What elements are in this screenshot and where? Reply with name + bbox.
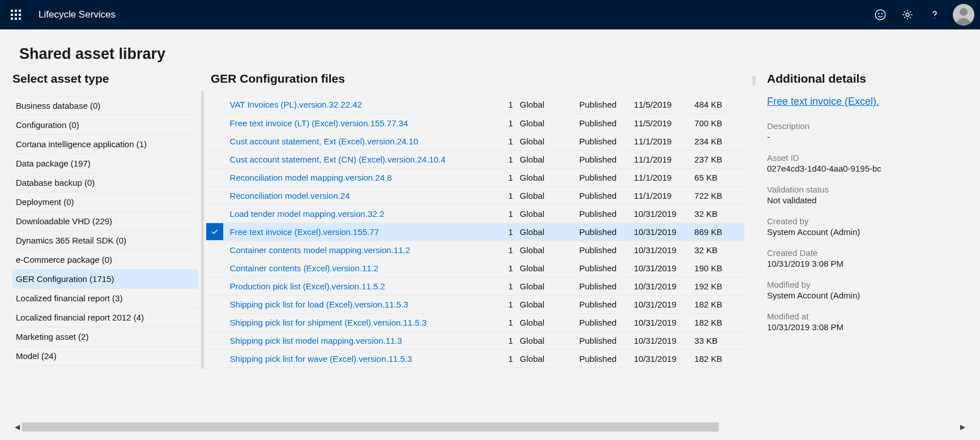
file-row[interactable]: Reconciliation model mapping.version.24.… bbox=[206, 168, 744, 186]
row-select-cell[interactable] bbox=[206, 295, 225, 313]
file-scope-cell: Global bbox=[520, 96, 580, 114]
file-name-link[interactable]: Reconciliation model.version.24 bbox=[230, 191, 350, 200]
file-date-cell: 11/5/2019 bbox=[634, 114, 694, 132]
file-row[interactable]: Shipping pick list for wave (Excel).vers… bbox=[206, 349, 744, 368]
file-row[interactable]: Load tender model mapping.version.32.21G… bbox=[206, 204, 744, 223]
file-count-cell: 1 bbox=[498, 295, 520, 313]
file-name-link[interactable]: Shipping pick list for wave (Excel).vers… bbox=[230, 354, 412, 364]
created-by-label: Created by bbox=[767, 216, 954, 226]
file-name-cell: Reconciliation model mapping.version.24.… bbox=[225, 168, 498, 186]
file-row[interactable]: Shipping pick list model mapping.version… bbox=[206, 331, 744, 349]
svg-rect-8 bbox=[19, 18, 21, 20]
details-name-link[interactable]: Free text invoice (Excel). bbox=[767, 96, 954, 108]
column-divider-left[interactable] bbox=[198, 91, 206, 369]
file-row[interactable]: Shipping pick list for load (Excel).vers… bbox=[206, 295, 744, 313]
file-row[interactable]: Container contents model mapping.version… bbox=[206, 241, 744, 259]
file-name-cell: Shipping pick list for wave (Excel).vers… bbox=[225, 349, 498, 368]
asset-type-item[interactable]: Data package (197) bbox=[12, 154, 198, 173]
horizontal-scrollbar[interactable]: ◀ ▶ bbox=[0, 421, 980, 433]
file-row[interactable]: Shipping pick list for shipment (Excel).… bbox=[206, 313, 744, 331]
file-count-cell: 1 bbox=[498, 277, 520, 295]
file-name-link[interactable]: Production pick list (Excel).version.11.… bbox=[230, 281, 385, 291]
file-size-cell: 32 KB bbox=[694, 241, 744, 259]
file-name-link[interactable]: Load tender model mapping.version.32.2 bbox=[230, 209, 385, 219]
asset-id-value: 027e4cd3-1d40-4aa0-9195-bc bbox=[767, 164, 954, 173]
help-button[interactable] bbox=[921, 1, 948, 28]
asset-type-item[interactable]: e-Commerce package (0) bbox=[12, 250, 198, 270]
svg-rect-6 bbox=[11, 18, 13, 20]
svg-point-9 bbox=[875, 10, 885, 19]
file-row[interactable]: Free text invoice (LT) (Excel).version.1… bbox=[206, 114, 744, 132]
file-name-link[interactable]: Container contents (Excel).version.11.2 bbox=[230, 263, 379, 273]
asset-type-item[interactable]: Business database (0) bbox=[12, 96, 198, 116]
asset-type-item[interactable]: Model (24) bbox=[12, 347, 198, 366]
row-select-cell[interactable] bbox=[206, 241, 225, 259]
row-selected-checkbox[interactable] bbox=[206, 223, 223, 240]
scroll-right-icon[interactable]: ▶ bbox=[960, 423, 965, 431]
file-count-cell: 1 bbox=[498, 114, 520, 132]
asset-type-item[interactable]: Localized financial report (3) bbox=[12, 289, 198, 308]
row-select-cell[interactable] bbox=[206, 349, 225, 368]
file-scope-cell: Global bbox=[520, 204, 580, 223]
file-name-link[interactable]: Cust account statement, Ext (Excel).vers… bbox=[230, 136, 419, 146]
row-select-cell[interactable] bbox=[206, 132, 225, 150]
row-select-cell[interactable] bbox=[206, 204, 225, 223]
file-row[interactable]: VAT Invoices (PL).version.32.22.421Globa… bbox=[206, 96, 744, 114]
file-status-cell: Published bbox=[579, 313, 633, 331]
asset-type-item[interactable]: Configuration (0) bbox=[12, 116, 198, 135]
description-value: - bbox=[767, 132, 954, 142]
scroll-thumb[interactable] bbox=[22, 422, 719, 432]
file-name-link[interactable]: Free text invoice (Excel).version.155.77 bbox=[230, 227, 379, 237]
file-row[interactable]: Free text invoice (Excel).version.155.77… bbox=[206, 223, 744, 241]
file-date-cell: 10/31/2019 bbox=[634, 349, 694, 368]
file-scope-cell: Global bbox=[520, 295, 580, 313]
file-name-cell: Cust account statement, Ext (Excel).vers… bbox=[225, 132, 498, 150]
file-row[interactable]: Cust account statement, Ext (CN) (Excel)… bbox=[206, 150, 744, 168]
details-panel: Additional details Free text invoice (Ex… bbox=[761, 70, 954, 343]
row-select-cell[interactable] bbox=[206, 186, 225, 204]
asset-type-item[interactable]: GER Configuration (1715) bbox=[12, 270, 198, 289]
row-select-cell[interactable] bbox=[206, 313, 225, 331]
row-select-cell[interactable] bbox=[206, 223, 225, 241]
file-name-link[interactable]: Shipping pick list model mapping.version… bbox=[230, 336, 402, 345]
file-size-cell: 65 KB bbox=[694, 168, 744, 186]
row-select-cell[interactable] bbox=[206, 331, 225, 349]
row-select-cell[interactable] bbox=[206, 259, 225, 277]
file-count-cell: 1 bbox=[498, 204, 520, 223]
file-row[interactable]: Reconciliation model.version.241GlobalPu… bbox=[206, 186, 744, 204]
asset-type-item[interactable]: Marketing asset (2) bbox=[12, 327, 198, 347]
user-avatar[interactable] bbox=[953, 4, 974, 25]
row-select-cell[interactable] bbox=[206, 96, 225, 114]
question-icon bbox=[929, 9, 940, 20]
app-launcher-button[interactable] bbox=[3, 2, 28, 27]
file-name-link[interactable]: Free text invoice (LT) (Excel).version.1… bbox=[230, 118, 408, 128]
asset-type-item[interactable]: Database backup (0) bbox=[12, 173, 198, 193]
row-select-cell[interactable] bbox=[206, 277, 225, 295]
file-size-cell: 234 KB bbox=[694, 132, 744, 150]
details-title: Additional details bbox=[767, 72, 954, 86]
file-name-link[interactable]: Shipping pick list for shipment (Excel).… bbox=[230, 318, 427, 327]
file-row[interactable]: Cust account statement, Ext (Excel).vers… bbox=[206, 132, 744, 150]
asset-type-item[interactable]: Dynamics 365 Retail SDK (0) bbox=[12, 231, 198, 250]
file-name-link[interactable]: Shipping pick list for load (Excel).vers… bbox=[230, 300, 408, 309]
file-name-link[interactable]: Container contents model mapping.version… bbox=[230, 245, 411, 255]
row-select-cell[interactable] bbox=[206, 150, 225, 168]
scroll-left-icon[interactable]: ◀ bbox=[15, 423, 20, 431]
asset-type-list[interactable]: Business database (0)Configuration (0)Co… bbox=[12, 96, 198, 419]
column-divider-right[interactable] bbox=[752, 76, 756, 86]
row-select-cell[interactable] bbox=[206, 114, 225, 132]
asset-type-item[interactable]: Downloadable VHD (229) bbox=[12, 212, 198, 231]
feedback-button[interactable] bbox=[867, 1, 894, 28]
file-name-link[interactable]: Reconciliation model mapping.version.24.… bbox=[230, 173, 392, 182]
asset-type-item[interactable]: Cortana intelligence application (1) bbox=[12, 135, 198, 154]
asset-type-item[interactable]: Deployment (0) bbox=[12, 193, 198, 212]
settings-button[interactable] bbox=[894, 1, 921, 28]
row-select-cell[interactable] bbox=[206, 168, 225, 186]
asset-type-item[interactable]: Localized financial report 2012 (4) bbox=[12, 308, 198, 327]
file-count-cell: 1 bbox=[498, 259, 520, 277]
scroll-track[interactable] bbox=[22, 422, 719, 432]
file-row[interactable]: Production pick list (Excel).version.11.… bbox=[206, 277, 744, 295]
file-row[interactable]: Container contents (Excel).version.11.21… bbox=[206, 259, 744, 277]
file-name-link[interactable]: Cust account statement, Ext (CN) (Excel)… bbox=[230, 155, 446, 164]
file-name-link[interactable]: VAT Invoices (PL).version.32.22.42 bbox=[230, 100, 362, 109]
